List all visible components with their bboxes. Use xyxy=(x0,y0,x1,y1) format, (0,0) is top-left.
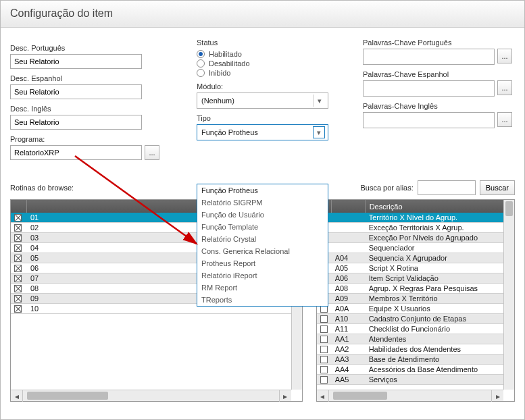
right-table[interactable]: Descrição Território X Nível do Agrup.Ex… xyxy=(316,199,515,402)
row-code: A09 xyxy=(332,294,366,303)
desc-pt-label: Desc. Português xyxy=(10,44,172,52)
chevron-down-icon: ▾ xyxy=(313,95,325,107)
table-row[interactable]: Sequenciador xyxy=(317,243,514,253)
checkbox-icon[interactable] xyxy=(14,305,22,313)
kw-en-input[interactable] xyxy=(363,112,495,128)
tipo-option[interactable]: Relatório Crystal xyxy=(197,233,328,245)
modulo-label: Módulo: xyxy=(197,82,339,90)
radio-icon xyxy=(197,69,205,77)
table-row[interactable]: Território X Nível do Agrup. xyxy=(317,213,514,223)
tipo-option[interactable]: Relatório iReport xyxy=(197,269,328,282)
tipo-option[interactable]: Função de Usuário xyxy=(197,209,328,221)
checkbox-icon[interactable] xyxy=(14,285,22,292)
checkbox-icon[interactable] xyxy=(14,214,22,221)
checkbox-icon[interactable] xyxy=(320,376,328,384)
rotinas-label: Rotinas do browse: xyxy=(10,184,74,192)
arrow-left-icon[interactable]: ◂ xyxy=(11,390,23,402)
row-code: A08 xyxy=(332,284,366,293)
checkbox-icon[interactable] xyxy=(14,255,22,262)
table-row[interactable]: A04Sequencia X Agrupador xyxy=(317,253,514,263)
checkbox-icon[interactable] xyxy=(320,346,328,353)
checkbox-icon[interactable] xyxy=(14,265,22,272)
tipo-option[interactable]: TReports xyxy=(197,294,328,306)
checkbox-icon[interactable] xyxy=(320,356,328,363)
table-row[interactable]: A11Checklist do Funcionário xyxy=(317,324,514,334)
status-option-inibido[interactable]: Inibido xyxy=(197,69,339,77)
kw-es-browse-button[interactable]: ... xyxy=(497,80,512,95)
checkbox-icon[interactable] xyxy=(320,336,328,343)
scrollbar-vertical[interactable] xyxy=(503,200,514,390)
kw-pt-label: Palavras-Chave Português xyxy=(363,38,525,47)
kw-pt-browse-button[interactable]: ... xyxy=(497,49,512,63)
status-radio-group: Habilitado Desabilitado Inibido xyxy=(197,49,339,77)
checkbox-icon[interactable] xyxy=(14,224,22,232)
table-row[interactable]: A06Item Script Validação xyxy=(317,273,514,284)
desc-pt-input[interactable] xyxy=(10,54,142,69)
kw-pt-input[interactable] xyxy=(363,49,495,65)
tipo-dropdown[interactable]: Função ProtheusRelatório SIGRPMFunção de… xyxy=(197,184,328,307)
modulo-select[interactable]: (Nenhum) ▾ xyxy=(197,93,328,109)
desc-en-label: Desc. Inglês xyxy=(10,105,172,113)
table-row[interactable]: AA1Atendentes xyxy=(317,334,514,344)
checkbox-icon[interactable] xyxy=(320,366,328,373)
programa-input[interactable] xyxy=(10,145,142,160)
radio-label: Desabilitado xyxy=(209,59,250,68)
programa-label: Programa: xyxy=(10,135,172,143)
checkbox-icon[interactable] xyxy=(320,315,328,323)
row-desc: Checklist do Funcionário xyxy=(366,324,514,334)
row-code xyxy=(332,213,366,222)
busca-input[interactable] xyxy=(418,180,476,195)
arrow-left-icon[interactable]: ◂ xyxy=(317,390,329,402)
right-col-code xyxy=(332,200,366,213)
left-col-check xyxy=(11,200,27,213)
tipo-option[interactable]: Relatório SIGRPM xyxy=(197,196,328,209)
kw-es-input[interactable] xyxy=(363,80,495,97)
window-title: Configuração do item xyxy=(10,7,113,19)
table-row[interactable]: A05Script X Rotina xyxy=(317,263,514,273)
buscar-button[interactable]: Buscar xyxy=(480,180,515,195)
arrow-right-icon[interactable]: ▸ xyxy=(279,390,291,402)
table-row[interactable]: AA5Serviços xyxy=(317,375,514,385)
scrollbar-horizontal[interactable]: ◂ ▸ xyxy=(11,390,291,401)
checkbox-icon[interactable] xyxy=(320,325,328,333)
tipo-select[interactable]: Função Protheus ▾ xyxy=(197,124,328,140)
row-desc: Script X Rotina xyxy=(366,263,514,273)
checkbox-icon[interactable] xyxy=(14,244,22,252)
status-option-desabilitado[interactable]: Desabilitado xyxy=(197,59,339,68)
row-desc: Equipe X Usuarios xyxy=(366,304,514,313)
table-row[interactable]: A09Membros X Território xyxy=(317,294,514,304)
row-code: AA3 xyxy=(332,355,366,364)
table-row[interactable]: A08Agrup. X Regras Para Pesquisas xyxy=(317,284,514,294)
tipo-option[interactable]: Função Protheus xyxy=(197,184,328,196)
programa-browse-button[interactable]: ... xyxy=(145,145,159,160)
table-row[interactable]: AA3Base de Atendimento xyxy=(317,355,514,365)
table-row[interactable]: Exceção Territoriais X Agrup. xyxy=(317,223,514,233)
table-row[interactable]: A10Cadastro Conjunto de Etapas xyxy=(317,314,514,324)
status-option-habilitado[interactable]: Habilitado xyxy=(197,50,339,58)
radio-label: Inibido xyxy=(209,69,230,77)
desc-es-input[interactable] xyxy=(10,84,142,99)
row-desc: Sequenciador xyxy=(366,243,514,253)
row-code xyxy=(332,233,366,242)
row-code: A0A xyxy=(332,304,366,313)
checkbox-icon[interactable] xyxy=(14,234,22,242)
table-row[interactable]: AA2Habilidades dos Atendentes xyxy=(317,344,514,355)
kw-en-browse-button[interactable]: ... xyxy=(497,112,512,127)
table-row[interactable]: AA4Acessórios da Base Atendimento xyxy=(317,365,514,375)
tipo-option[interactable]: Cons. Generica Relacional xyxy=(197,245,328,257)
title-bar: Configuração do item xyxy=(1,1,524,28)
desc-es-label: Desc. Espanhol xyxy=(10,74,172,82)
arrow-right-icon[interactable]: ▸ xyxy=(491,390,503,402)
tipo-option[interactable]: Protheus Report xyxy=(197,257,328,269)
row-desc: Serviços xyxy=(366,375,514,384)
table-row[interactable]: A0AEquipe X Usuarios xyxy=(317,304,514,314)
checkbox-icon[interactable] xyxy=(14,275,22,282)
checkbox-icon[interactable] xyxy=(14,295,22,303)
desc-en-input[interactable] xyxy=(10,115,142,130)
tipo-option[interactable]: RM Report xyxy=(197,282,328,294)
row-code: AA5 xyxy=(332,375,366,384)
scrollbar-horizontal[interactable]: ◂ ▸ xyxy=(317,390,503,401)
tipo-option[interactable]: Função Template xyxy=(197,221,328,233)
row-code xyxy=(332,243,366,253)
table-row[interactable]: Exceção Por Níveis do Agrupado xyxy=(317,233,514,243)
